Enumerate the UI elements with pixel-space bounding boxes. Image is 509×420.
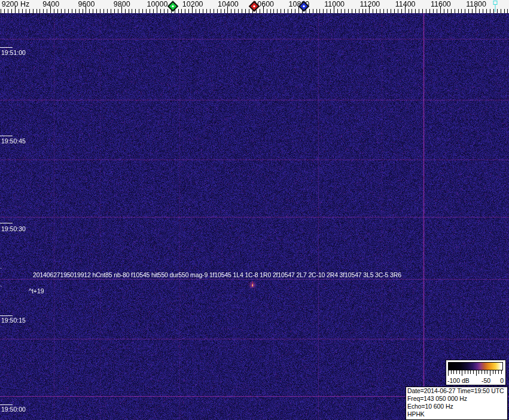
db-color-legend: -100 dB -50 0 [446, 360, 506, 385]
freq-label: 10200 [182, 0, 203, 8]
freq-label: 9200 Hz [2, 0, 30, 8]
time-label: 19:50:45 [1, 137, 26, 145]
frequency-ruler[interactable]: 9200 Hz940096009800100001020010400106001… [0, 0, 509, 13]
freq-label: 10400 [218, 0, 239, 8]
db-legend-label-min: -100 dB [447, 377, 470, 384]
time-label: 19:50:15 [1, 317, 26, 324]
db-legend-label-max: 0 [500, 377, 504, 384]
time-label: 19:51:00 [1, 49, 26, 56]
time-label: 19:50:00 [1, 406, 26, 413]
freq-label: 11200 [359, 0, 380, 8]
edge-mark: ` [0, 267, 2, 274]
threshold-annotation: ^t+19 [29, 287, 44, 295]
db-gradient-bar [448, 362, 503, 370]
meteor-spectrogram-window: 9200 Hz940096009800100001020010400106001… [0, 0, 509, 420]
spectrogram-overlays: 19:51:0019:50:4519:50:3019:50:1519:50:00… [0, 0, 509, 420]
info-station-id: HPHK [407, 410, 506, 418]
freq-label: 9400 [42, 0, 59, 8]
freq-label: 11400 [395, 0, 416, 8]
time-tick [0, 404, 13, 405]
time-tick [0, 223, 13, 223]
info-frequency: Freq=143 050 000 Hz [407, 395, 506, 403]
freq-label: 11600 [431, 0, 451, 8]
db-legend-label-mid: -50 [481, 377, 490, 384]
detection-annotation: 20140627195019912 hCnt85 nb-80 f10545 hi… [33, 271, 401, 278]
freq-label: 11800 [466, 0, 486, 8]
freq-label: 11000 [324, 0, 345, 8]
info-date-time: Date=2014-06-27 Time=19:50 UTC [407, 387, 506, 395]
cyan-pin-marker[interactable] [493, 1, 497, 5]
station-info-box: Date=2014-06-27 Time=19:50 UTC Freq=143 … [406, 387, 508, 420]
time-label: 19:50:30 [1, 225, 26, 232]
info-echo: Echo=10 600 Hz [407, 403, 506, 410]
db-legend-ticks [448, 370, 503, 376]
freq-label: 9600 [78, 0, 95, 8]
time-tick [0, 47, 13, 48]
edge-mark: ` [0, 285, 2, 292]
time-tick [0, 136, 13, 136]
freq-label: 10000 [147, 0, 168, 8]
freq-label: 9800 [114, 0, 130, 8]
time-tick [0, 315, 13, 316]
